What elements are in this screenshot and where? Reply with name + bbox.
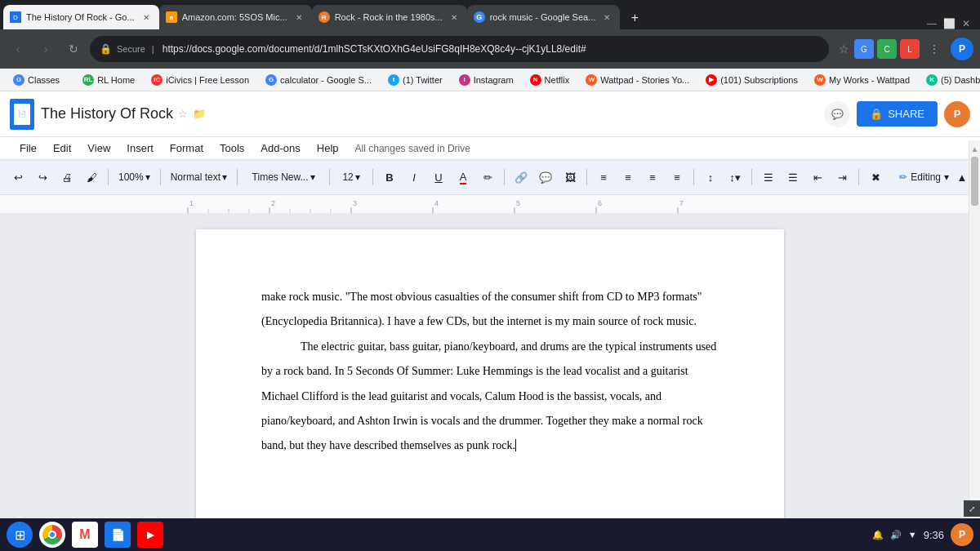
svg-text:7: 7 xyxy=(679,199,684,207)
bookmark-icivics[interactable]: iC iCivics | Free Lesson xyxy=(145,73,256,87)
font-dropdown[interactable]: Times New... ▾ xyxy=(243,166,324,189)
bookmark-calculator[interactable]: G calculator - Google S... xyxy=(259,73,378,87)
redo-button[interactable]: ↪ xyxy=(31,166,54,189)
style-value: Normal text xyxy=(171,171,220,183)
zoom-dropdown[interactable]: 100% ▾ xyxy=(114,166,155,189)
extension-icon-2[interactable]: C xyxy=(877,39,897,59)
tab-rock[interactable]: R Rock - Rock in the 1980s... ✕ xyxy=(312,5,467,29)
docs-star-icon[interactable]: ☆ xyxy=(178,108,188,120)
menu-insert[interactable]: Insert xyxy=(120,139,160,158)
menu-file[interactable]: File xyxy=(13,139,43,158)
bookmark-my-works[interactable]: W My Works - Wattpad xyxy=(808,73,916,87)
taskbar-chrome-icon[interactable] xyxy=(39,522,65,548)
tab-close-amazon[interactable]: ✕ xyxy=(292,11,305,24)
menu-view[interactable]: View xyxy=(81,139,117,158)
extension-icon-1[interactable]: G xyxy=(854,39,874,59)
print-button[interactable]: 🖨 xyxy=(56,166,78,189)
tab-docs[interactable]: D The History Of Rock - Go... ✕ xyxy=(3,5,159,29)
bookmark-netflix[interactable]: N Netflix xyxy=(523,73,577,87)
volume-icon[interactable]: 🔊 xyxy=(890,530,902,540)
decrease-indent-button[interactable]: ⇤ xyxy=(806,166,829,189)
menu-help[interactable]: Help xyxy=(310,139,345,158)
list-number-button[interactable]: ☰ xyxy=(782,166,804,189)
list-bullet-button[interactable]: ☰ xyxy=(757,166,780,189)
user-avatar[interactable]: P xyxy=(944,101,970,127)
address-input[interactable] xyxy=(163,43,819,55)
editing-mode-selector[interactable]: ✏ Editing ▾ xyxy=(899,171,949,183)
text-color-button[interactable]: A xyxy=(452,166,474,189)
menu-format[interactable]: Format xyxy=(163,139,210,158)
bookmark-calc-label: calculator - Google S... xyxy=(280,75,372,85)
vertical-scrollbar[interactable]: ▲ ▼ xyxy=(969,213,980,518)
notification-icon[interactable]: 🔔 xyxy=(872,530,884,540)
more-options-icon[interactable]: ⋮ xyxy=(923,38,946,60)
style-dropdown[interactable]: Normal text ▾ xyxy=(166,166,232,189)
bookmark-wattpad[interactable]: W Wattpad - Stories Yo... xyxy=(579,73,696,87)
docs-chat-icon[interactable]: 💬 xyxy=(824,101,850,127)
back-button[interactable]: ‹ xyxy=(7,38,29,60)
align-center-button[interactable]: ≡ xyxy=(617,166,639,189)
docs-folder-icon[interactable]: 📁 xyxy=(193,108,206,120)
doc-text-area[interactable]: make rock music. "The most obvious casua… xyxy=(261,288,719,455)
bookmark-star-icon[interactable]: ☆ xyxy=(839,42,849,56)
reload-button[interactable]: ↻ xyxy=(62,38,85,60)
tab-favicon-rock: R xyxy=(318,11,330,23)
taskbar-docs-icon[interactable]: 📄 xyxy=(105,522,131,548)
zoom-chevron-icon: ▾ xyxy=(145,171,150,183)
text-color-a-icon: A xyxy=(460,171,467,184)
bookmark-twitter[interactable]: t (1) Twitter xyxy=(381,73,449,87)
menu-tools[interactable]: Tools xyxy=(213,139,251,158)
tab-google[interactable]: G rock music - Google Sea... ✕ xyxy=(467,5,621,29)
link-button[interactable]: 🔗 xyxy=(510,166,532,189)
menu-edit[interactable]: Edit xyxy=(47,139,78,158)
address-input-wrap[interactable]: 🔒 Secure | xyxy=(90,36,829,62)
tab-close-google[interactable]: ✕ xyxy=(600,11,613,24)
window-maximize-icon[interactable]: ⬜ xyxy=(943,18,956,29)
taskbar-user-icon[interactable]: P xyxy=(951,523,973,546)
bookmark-khan[interactable]: K (5) Dashboard | Kha... xyxy=(920,73,980,87)
increase-indent-button[interactable]: ⇥ xyxy=(831,166,853,189)
clear-format-button[interactable]: ✖ xyxy=(864,166,887,189)
profile-avatar[interactable]: P xyxy=(951,38,973,60)
bookmark-rl-home[interactable]: RL RL Home xyxy=(76,73,141,87)
italic-button[interactable]: I xyxy=(403,166,425,189)
comment-button[interactable]: 💬 xyxy=(534,166,557,189)
window-close-icon[interactable]: ✕ xyxy=(962,18,970,29)
network-icon[interactable]: ▼ xyxy=(908,530,917,540)
align-justify-button[interactable]: ≡ xyxy=(666,166,688,189)
bookmark-yt-icon: ▶ xyxy=(706,74,717,86)
tab-close-docs[interactable]: ✕ xyxy=(140,11,153,24)
browser-window: D The History Of Rock - Go... ✕ a Amazon… xyxy=(0,0,980,551)
underline-button[interactable]: U xyxy=(427,166,450,189)
taskbar-gmail-icon[interactable]: M xyxy=(72,522,98,548)
share-button[interactable]: 🔒 SHARE xyxy=(857,101,938,127)
bookmark-youtube-subs[interactable]: ▶ (101) Subscriptions xyxy=(699,73,804,87)
window-minimize-icon[interactable]: — xyxy=(927,18,937,29)
extension-icon-3[interactable]: L xyxy=(900,39,920,59)
highlight-button[interactable]: ✏ xyxy=(476,166,499,189)
start-button[interactable]: ⊞ xyxy=(7,522,33,548)
new-tab-button[interactable]: + xyxy=(623,7,646,29)
format-paint-button[interactable]: 🖌 xyxy=(80,166,103,189)
menu-addons[interactable]: Add-ons xyxy=(254,139,306,158)
expand-button[interactable]: ⤢ xyxy=(964,500,980,517)
bookmark-classes[interactable]: G Classes xyxy=(7,73,66,87)
toolbar-sep-5 xyxy=(372,169,373,185)
bold-button[interactable]: B xyxy=(378,166,401,189)
bookmark-wattpad-label: Wattpad - Stories Yo... xyxy=(600,75,689,85)
tab-amazon[interactable]: a Amazon.com: 5SOS Mic... ✕ xyxy=(159,5,312,29)
forward-button[interactable]: › xyxy=(34,38,57,60)
font-size-dropdown[interactable]: 12 ▾ xyxy=(335,166,368,189)
bookmark-instagram[interactable]: I Instagram xyxy=(452,73,520,87)
undo-button[interactable]: ↩ xyxy=(7,166,29,189)
line-spacing-dropdown[interactable]: ↕▾ xyxy=(724,166,746,189)
taskbar-youtube-icon[interactable]: ▶ xyxy=(137,522,163,548)
image-button[interactable]: 🖼 xyxy=(559,166,581,189)
tab-close-rock[interactable]: ✕ xyxy=(448,11,461,24)
align-right-button[interactable]: ≡ xyxy=(641,166,664,189)
line-spacing-button[interactable]: ↕ xyxy=(699,166,722,189)
window-controls: — ⬜ ✕ xyxy=(927,18,977,29)
align-left-button[interactable]: ≡ xyxy=(592,166,615,189)
doc-content-area[interactable]: make rock music. "The most obvious casua… xyxy=(0,213,980,518)
secure-lock-icon: 🔒 xyxy=(100,43,112,55)
